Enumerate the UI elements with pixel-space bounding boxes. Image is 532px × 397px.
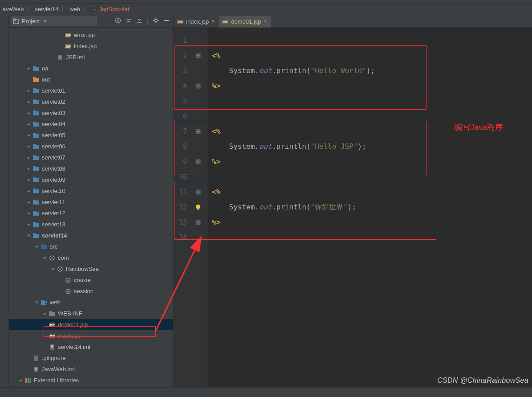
code-line[interactable] bbox=[212, 169, 532, 184]
editor-tab[interactable]: demo01.jsp× bbox=[219, 16, 271, 28]
line-number[interactable]: 9 bbox=[174, 154, 191, 169]
tree-item[interactable]: ▸servlet02 bbox=[9, 96, 173, 107]
tree-item[interactable]: ▸servlet06 bbox=[9, 141, 173, 152]
close-tab-button[interactable]: × bbox=[211, 18, 215, 25]
line-number[interactable]: 12 bbox=[174, 200, 191, 215]
chevron-right-icon[interactable]: ▸ bbox=[26, 155, 32, 160]
fold-open-icon[interactable] bbox=[191, 48, 205, 63]
line-number[interactable]: 5 bbox=[174, 94, 191, 109]
breadcrumb-item[interactable]: servlet14 bbox=[35, 6, 58, 12]
fold-close-icon[interactable] bbox=[191, 78, 205, 94]
code-line[interactable] bbox=[212, 109, 532, 124]
chevron-right-icon[interactable]: ▸ bbox=[26, 177, 32, 183]
line-number[interactable]: 4 bbox=[174, 78, 191, 94]
fold-close-icon[interactable] bbox=[191, 154, 205, 169]
line-number[interactable]: 2 bbox=[174, 48, 191, 63]
tree-item[interactable]: ▸External Libraries bbox=[9, 375, 173, 386]
intention-bulb-icon[interactable] bbox=[191, 200, 205, 215]
tree-item[interactable]: ▸error.jsp bbox=[9, 29, 173, 41]
tree-item[interactable]: ▸servlet01 bbox=[9, 85, 173, 96]
tree-item[interactable]: ▾web bbox=[9, 297, 173, 308]
tree-item[interactable]: ▸WEB-INF bbox=[9, 308, 173, 319]
editor-gutter[interactable]: 1234567891011121314 bbox=[174, 28, 207, 387]
chevron-right-icon[interactable]: ▸ bbox=[26, 110, 32, 116]
chevron-right-icon[interactable]: ▸ bbox=[42, 311, 48, 316]
code-line[interactable]: System.out.println("Hello World"); bbox=[212, 63, 532, 78]
fold-open-icon[interactable] bbox=[191, 184, 205, 200]
tree-item[interactable]: ▸index.jsp bbox=[9, 41, 173, 52]
locate-target-button[interactable] bbox=[115, 17, 121, 25]
tree-item[interactable]: ▸out bbox=[9, 74, 173, 85]
code-line[interactable]: <% bbox=[212, 48, 532, 63]
chevron-right-icon[interactable]: ▸ bbox=[26, 188, 32, 194]
tree-item[interactable]: ▸servlet09 bbox=[9, 174, 173, 185]
tree-item[interactable]: ▸cookie bbox=[9, 274, 173, 286]
collapse-all-button[interactable] bbox=[136, 17, 142, 25]
tree-item[interactable]: ▸servlet05 bbox=[9, 130, 173, 141]
hide-panel-button[interactable] bbox=[163, 17, 170, 25]
code-line[interactable]: %> bbox=[212, 78, 532, 94]
chevron-right-icon[interactable]: ▸ bbox=[26, 88, 32, 94]
chevron-down-icon[interactable]: ▾ bbox=[34, 299, 40, 305]
tree-item[interactable]: ▸session bbox=[9, 286, 173, 297]
tree-item[interactable]: ▾com bbox=[9, 252, 173, 263]
chevron-down-icon[interactable]: ▾ bbox=[26, 233, 32, 238]
code-line[interactable]: %> bbox=[212, 215, 532, 230]
tree-item[interactable]: ▾servlet14 bbox=[9, 230, 173, 241]
tree-item[interactable]: ▸oa bbox=[9, 63, 173, 74]
line-number[interactable]: 3 bbox=[174, 63, 191, 78]
breadcrumb-item[interactable]: avaWeb bbox=[3, 6, 24, 12]
chevron-right-icon[interactable]: ▸ bbox=[18, 377, 24, 383]
tree-item[interactable]: ▸JSP.iml bbox=[9, 52, 173, 63]
chevron-right-icon[interactable]: ▸ bbox=[26, 65, 32, 71]
code-line[interactable] bbox=[212, 94, 532, 109]
line-number[interactable]: 6 bbox=[174, 109, 191, 124]
chevron-right-icon[interactable]: ▸ bbox=[26, 143, 32, 149]
line-number[interactable]: 7 bbox=[174, 124, 191, 139]
chevron-right-icon[interactable]: ▸ bbox=[26, 199, 32, 205]
chevron-right-icon[interactable]: ▸ bbox=[26, 121, 32, 127]
line-number[interactable]: 14 bbox=[174, 230, 191, 245]
line-number[interactable]: 1 bbox=[174, 33, 191, 48]
tree-item[interactable]: ▾src bbox=[9, 241, 173, 252]
breadcrumb-item[interactable]: web bbox=[69, 6, 80, 12]
code-area[interactable]: <% System.out.println("Hello World");%><… bbox=[207, 28, 532, 387]
close-tab-button[interactable]: × bbox=[264, 18, 267, 25]
chevron-down-icon[interactable]: ▾ bbox=[50, 266, 56, 272]
tree-item[interactable]: ▸demo01.jsp bbox=[9, 319, 173, 330]
tree-item[interactable]: ▾RainbowSea bbox=[9, 263, 173, 274]
chevron-down-icon[interactable]: ▾ bbox=[34, 244, 40, 250]
tree-item[interactable]: ▸servlet11 bbox=[9, 196, 173, 208]
editor-tab[interactable]: index.jsp× bbox=[174, 16, 219, 27]
code-line[interactable] bbox=[212, 230, 532, 245]
tree-item[interactable]: ▸.gitignore bbox=[9, 352, 173, 364]
code-line[interactable]: System.out.println("你好世界"); bbox=[212, 200, 532, 215]
chevron-right-icon[interactable]: ▸ bbox=[26, 210, 32, 216]
code-line[interactable]: %> bbox=[212, 154, 532, 169]
chevron-right-icon[interactable]: ▸ bbox=[26, 166, 32, 172]
code-line[interactable]: <% bbox=[212, 184, 532, 200]
breadcrumb-item[interactable]: JspScriptlet bbox=[99, 6, 129, 12]
line-number[interactable]: 13 bbox=[174, 215, 191, 230]
fold-close-icon[interactable] bbox=[191, 215, 205, 230]
code-line[interactable]: System.out.println("Hello JSP"); bbox=[212, 139, 532, 154]
tree-item[interactable]: ▸servlet04 bbox=[9, 119, 173, 130]
tree-item[interactable]: ▸JavaWeb.iml bbox=[9, 364, 173, 375]
tree-item[interactable]: ▸servlet13 bbox=[9, 219, 173, 230]
tree-item[interactable]: ▸servlet07 bbox=[9, 152, 173, 163]
editor-body[interactable]: 1234567891011121314 <% System.out.printl… bbox=[174, 28, 532, 387]
tree-item[interactable]: ▸servlet12 bbox=[9, 208, 173, 219]
line-number[interactable]: 8 bbox=[174, 139, 191, 154]
fold-open-icon[interactable] bbox=[191, 124, 205, 139]
line-number[interactable]: 10 bbox=[174, 169, 191, 184]
expand-all-button[interactable] bbox=[126, 17, 132, 25]
tree-item[interactable]: ▸index.jsp bbox=[9, 330, 173, 341]
chevron-down-icon[interactable]: ▾ bbox=[42, 255, 48, 261]
project-tree[interactable]: ▸error.jsp▸index.jsp▸JSP.iml▸oa▸out▸serv… bbox=[9, 28, 173, 387]
tree-item[interactable]: ▸servlet08 bbox=[9, 163, 173, 174]
tree-item[interactable]: ▸servlet10 bbox=[9, 185, 173, 196]
chevron-right-icon[interactable]: ▸ bbox=[26, 99, 32, 105]
tool-window-stripe-left[interactable] bbox=[0, 15, 9, 387]
settings-gear-button[interactable] bbox=[153, 17, 159, 25]
code-line[interactable] bbox=[212, 33, 532, 48]
